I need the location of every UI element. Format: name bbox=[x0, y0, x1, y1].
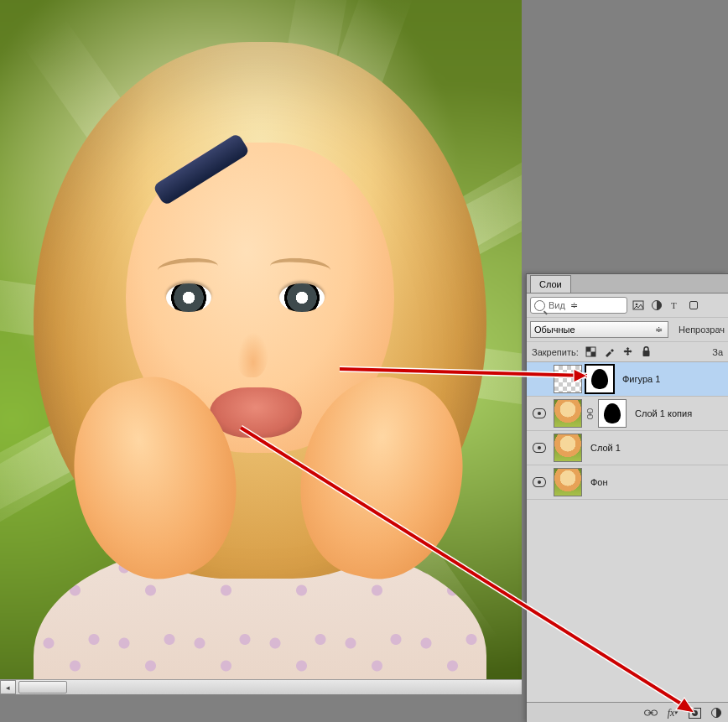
dropdown-icon: ≑ bbox=[569, 300, 580, 311]
filter-adjust-icon[interactable] bbox=[649, 298, 664, 313]
dropdown-icon: ≑ bbox=[653, 325, 664, 335]
image-subject bbox=[0, 42, 522, 683]
filter-image-icon[interactable] bbox=[631, 298, 646, 313]
layer-row[interactable]: Фон bbox=[527, 465, 728, 500]
blend-mode-value: Обычные bbox=[534, 325, 575, 335]
layer-row[interactable]: Слой 1 bbox=[527, 431, 728, 465]
layer-thumb[interactable] bbox=[554, 468, 582, 496]
visibility-toggle[interactable] bbox=[527, 408, 552, 418]
layer-name[interactable]: Фигура 1 bbox=[622, 374, 660, 384]
layer-name[interactable]: Слой 1 bbox=[590, 443, 621, 453]
layer-name[interactable]: Фон bbox=[590, 477, 608, 487]
lock-all-icon[interactable] bbox=[640, 345, 653, 358]
lock-move-icon[interactable] bbox=[621, 345, 634, 358]
panel-bottom-strip: fx▾ bbox=[527, 702, 728, 722]
eye-icon bbox=[533, 408, 546, 418]
layers-panel: Слои Вид ≑ T Обычные ≑ Непрозрач Закрепи… bbox=[526, 273, 728, 722]
svg-text:T: T bbox=[671, 300, 677, 310]
filter-row: Вид ≑ T bbox=[527, 293, 728, 318]
search-icon bbox=[534, 300, 545, 311]
scroll-thumb[interactable] bbox=[18, 681, 67, 693]
layer-thumb[interactable] bbox=[554, 434, 582, 462]
lock-row: Закрепить: За bbox=[527, 342, 728, 362]
eye-icon bbox=[533, 443, 546, 453]
visibility-toggle[interactable] bbox=[527, 477, 552, 487]
layer-list: Фигура 1 Слой 1 копия Слой 1 Фон bbox=[527, 362, 728, 500]
tab-layers[interactable]: Слои bbox=[530, 275, 571, 293]
svg-rect-8 bbox=[642, 351, 649, 356]
svg-point-16 bbox=[692, 710, 698, 716]
layer-thumb[interactable] bbox=[554, 399, 582, 428]
svg-point-1 bbox=[636, 304, 638, 306]
layer-row[interactable]: Слой 1 копия bbox=[527, 397, 728, 431]
link-mask-icon[interactable] bbox=[585, 408, 595, 419]
layer-row[interactable]: Фигура 1 bbox=[527, 362, 728, 397]
image-area[interactable] bbox=[0, 0, 522, 683]
fx-icon[interactable]: fx▾ bbox=[664, 705, 681, 720]
lock-pixels-icon[interactable] bbox=[585, 345, 597, 358]
link-layers-icon[interactable] bbox=[642, 705, 659, 720]
add-mask-icon[interactable] bbox=[686, 705, 703, 720]
layer-name[interactable]: Слой 1 копия bbox=[635, 408, 692, 418]
panel-tabs: Слои bbox=[527, 274, 728, 293]
visibility-toggle[interactable] bbox=[527, 443, 552, 453]
blend-mode-select[interactable]: Обычные ≑ bbox=[530, 321, 668, 338]
horizontal-scrollbar[interactable]: ◂ bbox=[0, 679, 522, 694]
lock-label: Закрепить: bbox=[532, 347, 579, 357]
vector-mask-thumb[interactable] bbox=[585, 365, 614, 393]
eye-icon bbox=[533, 477, 546, 487]
svg-rect-4 bbox=[690, 302, 698, 309]
filter-label: Вид bbox=[549, 300, 565, 310]
fill-label: За bbox=[712, 347, 723, 357]
layer-filter[interactable]: Вид ≑ bbox=[530, 297, 627, 314]
lock-brush-icon[interactable] bbox=[603, 345, 616, 358]
blend-row: Обычные ≑ Непрозрач bbox=[527, 318, 728, 342]
filter-text-icon[interactable]: T bbox=[668, 298, 683, 313]
svg-rect-7 bbox=[590, 352, 595, 357]
svg-rect-6 bbox=[586, 347, 591, 352]
layer-mask-thumb[interactable] bbox=[598, 399, 627, 428]
opacity-label: Непрозрач bbox=[679, 325, 725, 335]
adjustment-layer-icon[interactable] bbox=[708, 705, 725, 720]
scroll-left-button[interactable]: ◂ bbox=[0, 680, 16, 694]
layer-thumb[interactable] bbox=[554, 365, 582, 393]
filter-shape-icon[interactable] bbox=[686, 298, 701, 313]
